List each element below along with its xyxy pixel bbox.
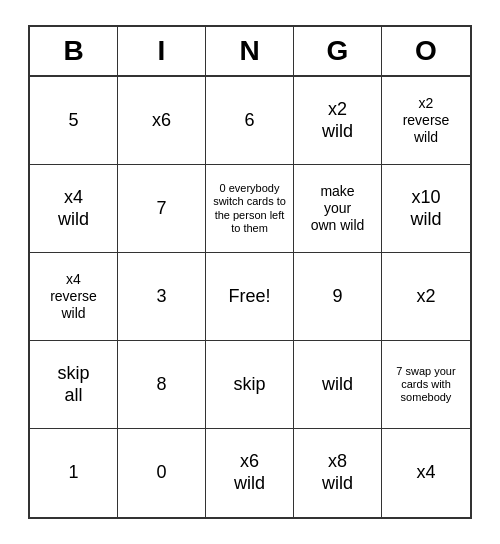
cell-r1-c0: x4wild xyxy=(30,165,118,253)
cell-r0-c0: 5 xyxy=(30,77,118,165)
cell-r1-c4: x10wild xyxy=(382,165,470,253)
header-letter: G xyxy=(294,27,382,77)
cell-r1-c2: 0 everybody switch cards to the person l… xyxy=(206,165,294,253)
cell-r4-c0: 1 xyxy=(30,429,118,517)
bingo-card: BINGO 5x66x2wildx2reversewildx4wild70 ev… xyxy=(28,25,472,519)
cell-r0-c4: x2reversewild xyxy=(382,77,470,165)
cell-r0-c3: x2wild xyxy=(294,77,382,165)
cell-r0-c1: x6 xyxy=(118,77,206,165)
cell-r2-c4: x2 xyxy=(382,253,470,341)
cell-r2-c0: x4reversewild xyxy=(30,253,118,341)
cell-r2-c1: 3 xyxy=(118,253,206,341)
cell-r2-c2: Free! xyxy=(206,253,294,341)
cell-r3-c0: skipall xyxy=(30,341,118,429)
cell-r3-c4: 7 swap your cards with somebody xyxy=(382,341,470,429)
header-letter: B xyxy=(30,27,118,77)
cell-r1-c1: 7 xyxy=(118,165,206,253)
bingo-row: x4wild70 everybody switch cards to the p… xyxy=(30,165,470,253)
cell-r3-c1: 8 xyxy=(118,341,206,429)
cell-r4-c1: 0 xyxy=(118,429,206,517)
cell-r2-c3: 9 xyxy=(294,253,382,341)
cell-r4-c4: x4 xyxy=(382,429,470,517)
cell-r0-c2: 6 xyxy=(206,77,294,165)
cell-r3-c2: skip xyxy=(206,341,294,429)
cell-r1-c3: makeyourown wild xyxy=(294,165,382,253)
bingo-header: BINGO xyxy=(30,27,470,77)
header-letter: O xyxy=(382,27,470,77)
bingo-row: 10x6wildx8wildx4 xyxy=(30,429,470,517)
cell-r4-c2: x6wild xyxy=(206,429,294,517)
cell-r4-c3: x8wild xyxy=(294,429,382,517)
bingo-row: 5x66x2wildx2reversewild xyxy=(30,77,470,165)
cell-r3-c3: wild xyxy=(294,341,382,429)
header-letter: I xyxy=(118,27,206,77)
bingo-row: skipall8skipwild7 swap your cards with s… xyxy=(30,341,470,429)
bingo-grid: 5x66x2wildx2reversewildx4wild70 everybod… xyxy=(30,77,470,517)
header-letter: N xyxy=(206,27,294,77)
bingo-row: x4reversewild3Free!9x2 xyxy=(30,253,470,341)
